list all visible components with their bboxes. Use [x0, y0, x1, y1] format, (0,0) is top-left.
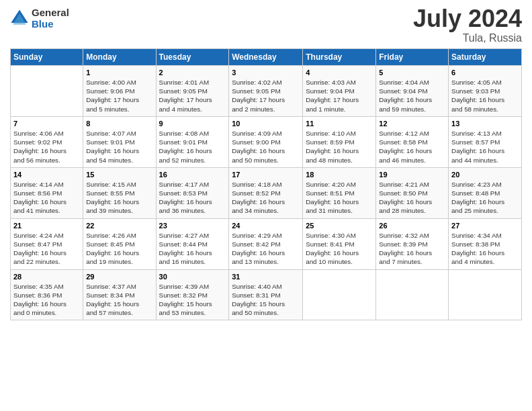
col-thursday: Thursday: [303, 49, 376, 66]
day-cell: 18Sunrise: 4:20 AMSunset: 8:51 PMDayligh…: [303, 167, 376, 218]
day-number: 24: [232, 222, 300, 230]
day-cell: 7Sunrise: 4:06 AMSunset: 9:02 PMDaylight…: [11, 116, 83, 167]
day-info: Sunrise: 4:01 AMSunset: 9:05 PMDaylight:…: [159, 78, 226, 113]
day-number: 17: [232, 171, 300, 179]
day-cell: 2Sunrise: 4:01 AMSunset: 9:05 PMDaylight…: [156, 66, 229, 117]
day-cell: 25Sunrise: 4:30 AMSunset: 8:41 PMDayligh…: [303, 218, 376, 269]
day-cell: 4Sunrise: 4:03 AMSunset: 9:04 PMDaylight…: [303, 66, 376, 117]
day-number: 21: [13, 222, 80, 230]
day-info: Sunrise: 4:40 AMSunset: 8:31 PMDaylight:…: [232, 282, 300, 318]
day-number: 12: [379, 120, 445, 128]
header-row: Sunday Monday Tuesday Wednesday Thursday…: [11, 49, 522, 66]
day-info: Sunrise: 4:39 AMSunset: 8:32 PMDaylight:…: [159, 282, 226, 318]
day-cell: 15Sunrise: 4:15 AMSunset: 8:55 PMDayligh…: [83, 167, 156, 218]
day-cell: [376, 269, 449, 320]
day-number: 8: [86, 120, 152, 128]
day-number: 26: [379, 222, 445, 230]
col-saturday: Saturday: [449, 49, 522, 66]
day-number: 9: [159, 120, 226, 128]
week-row-1: 7Sunrise: 4:06 AMSunset: 9:02 PMDaylight…: [11, 116, 522, 167]
day-info: Sunrise: 4:24 AMSunset: 8:47 PMDaylight:…: [13, 231, 80, 267]
day-cell: 22Sunrise: 4:26 AMSunset: 8:45 PMDayligh…: [83, 218, 156, 269]
day-cell: 13Sunrise: 4:13 AMSunset: 8:57 PMDayligh…: [449, 116, 522, 167]
day-number: 10: [232, 120, 300, 128]
day-cell: 19Sunrise: 4:21 AMSunset: 8:50 PMDayligh…: [376, 167, 449, 218]
day-number: 27: [451, 222, 519, 230]
page-container: General Blue July 2024 Tula, Russia Sund…: [0, 0, 532, 327]
day-cell: 14Sunrise: 4:14 AMSunset: 8:56 PMDayligh…: [11, 167, 83, 218]
day-info: Sunrise: 4:18 AMSunset: 8:52 PMDaylight:…: [232, 180, 300, 216]
day-info: Sunrise: 4:30 AMSunset: 8:41 PMDaylight:…: [306, 231, 373, 267]
day-cell: 17Sunrise: 4:18 AMSunset: 8:52 PMDayligh…: [229, 167, 303, 218]
day-number: 16: [159, 171, 226, 179]
col-monday: Monday: [83, 49, 156, 66]
day-number: 6: [451, 68, 519, 77]
day-info: Sunrise: 4:17 AMSunset: 8:53 PMDaylight:…: [159, 180, 226, 216]
calendar-table: Sunday Monday Tuesday Wednesday Thursday…: [10, 48, 522, 320]
day-cell: 23Sunrise: 4:27 AMSunset: 8:44 PMDayligh…: [156, 218, 229, 269]
day-number: 20: [451, 171, 519, 179]
day-number: 11: [306, 120, 373, 128]
day-info: Sunrise: 4:03 AMSunset: 9:04 PMDaylight:…: [306, 78, 373, 113]
day-number: 13: [451, 120, 519, 128]
week-row-3: 21Sunrise: 4:24 AMSunset: 8:47 PMDayligh…: [11, 218, 522, 269]
day-cell: 1Sunrise: 4:00 AMSunset: 9:06 PMDaylight…: [83, 66, 156, 117]
day-cell: 12Sunrise: 4:12 AMSunset: 8:58 PMDayligh…: [376, 116, 449, 167]
day-cell: [449, 269, 522, 320]
day-info: Sunrise: 4:29 AMSunset: 8:42 PMDaylight:…: [232, 231, 300, 267]
day-info: Sunrise: 4:27 AMSunset: 8:44 PMDaylight:…: [159, 231, 226, 267]
day-cell: 8Sunrise: 4:07 AMSunset: 9:01 PMDaylight…: [83, 116, 156, 167]
day-info: Sunrise: 4:37 AMSunset: 8:34 PMDaylight:…: [86, 282, 152, 318]
day-number: 28: [13, 273, 80, 281]
day-cell: 6Sunrise: 4:05 AMSunset: 9:03 PMDaylight…: [449, 66, 522, 117]
day-cell: 30Sunrise: 4:39 AMSunset: 8:32 PMDayligh…: [156, 269, 229, 320]
day-cell: 10Sunrise: 4:09 AMSunset: 9:00 PMDayligh…: [229, 116, 303, 167]
month-title: July 2024: [413, 7, 522, 31]
day-info: Sunrise: 4:34 AMSunset: 8:38 PMDaylight:…: [451, 231, 519, 267]
calendar-body: 1Sunrise: 4:00 AMSunset: 9:06 PMDaylight…: [11, 66, 522, 320]
day-info: Sunrise: 4:13 AMSunset: 8:57 PMDaylight:…: [451, 129, 519, 165]
col-wednesday: Wednesday: [229, 49, 303, 66]
week-row-4: 28Sunrise: 4:35 AMSunset: 8:36 PMDayligh…: [11, 269, 522, 320]
day-cell: 28Sunrise: 4:35 AMSunset: 8:36 PMDayligh…: [11, 269, 83, 320]
day-cell: 21Sunrise: 4:24 AMSunset: 8:47 PMDayligh…: [11, 218, 83, 269]
day-cell: 24Sunrise: 4:29 AMSunset: 8:42 PMDayligh…: [229, 218, 303, 269]
col-tuesday: Tuesday: [156, 49, 229, 66]
day-number: 22: [86, 222, 152, 230]
day-number: 3: [232, 68, 300, 77]
day-cell: 9Sunrise: 4:08 AMSunset: 9:01 PMDaylight…: [156, 116, 229, 167]
day-number: 2: [159, 68, 226, 77]
col-sunday: Sunday: [11, 49, 83, 66]
logo-icon: [10, 9, 29, 28]
day-info: Sunrise: 4:09 AMSunset: 9:00 PMDaylight:…: [232, 129, 300, 165]
week-row-2: 14Sunrise: 4:14 AMSunset: 8:56 PMDayligh…: [11, 167, 522, 218]
day-cell: 31Sunrise: 4:40 AMSunset: 8:31 PMDayligh…: [229, 269, 303, 320]
day-number: 18: [306, 171, 373, 179]
day-info: Sunrise: 4:21 AMSunset: 8:50 PMDaylight:…: [379, 180, 445, 216]
day-number: 30: [159, 273, 226, 281]
day-info: Sunrise: 4:02 AMSunset: 9:05 PMDaylight:…: [232, 78, 300, 113]
location: Tula, Russia: [413, 32, 522, 44]
day-cell: 5Sunrise: 4:04 AMSunset: 9:04 PMDaylight…: [376, 66, 449, 117]
day-info: Sunrise: 4:05 AMSunset: 9:03 PMDaylight:…: [451, 78, 519, 113]
day-info: Sunrise: 4:26 AMSunset: 8:45 PMDaylight:…: [86, 231, 152, 267]
day-info: Sunrise: 4:20 AMSunset: 8:51 PMDaylight:…: [306, 180, 373, 216]
day-info: Sunrise: 4:14 AMSunset: 8:56 PMDaylight:…: [13, 180, 80, 216]
day-cell: [303, 269, 376, 320]
day-info: Sunrise: 4:15 AMSunset: 8:55 PMDaylight:…: [86, 180, 152, 216]
day-info: Sunrise: 4:08 AMSunset: 9:01 PMDaylight:…: [159, 129, 226, 165]
day-number: 14: [13, 171, 80, 179]
day-info: Sunrise: 4:00 AMSunset: 9:06 PMDaylight:…: [86, 78, 152, 113]
day-info: Sunrise: 4:32 AMSunset: 8:39 PMDaylight:…: [379, 231, 445, 267]
day-number: 29: [86, 273, 152, 281]
day-cell: 27Sunrise: 4:34 AMSunset: 8:38 PMDayligh…: [449, 218, 522, 269]
day-number: 7: [13, 120, 80, 128]
logo-text: General Blue: [32, 7, 69, 30]
day-info: Sunrise: 4:23 AMSunset: 8:48 PMDaylight:…: [451, 180, 519, 216]
day-info: Sunrise: 4:12 AMSunset: 8:58 PMDaylight:…: [379, 129, 445, 165]
day-cell: 20Sunrise: 4:23 AMSunset: 8:48 PMDayligh…: [449, 167, 522, 218]
header: General Blue July 2024 Tula, Russia: [10, 7, 522, 44]
day-info: Sunrise: 4:06 AMSunset: 9:02 PMDaylight:…: [13, 129, 80, 165]
title-block: July 2024 Tula, Russia: [413, 7, 522, 44]
day-number: 31: [232, 273, 300, 281]
